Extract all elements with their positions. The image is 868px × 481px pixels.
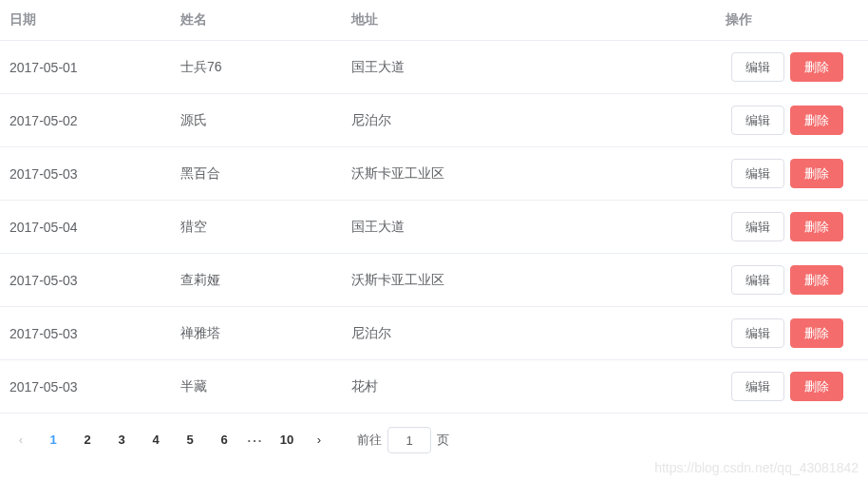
delete-button[interactable]: 删除 [790, 159, 843, 188]
cell-date: 2017-05-03 [0, 307, 171, 360]
cell-address: 尼泊尔 [342, 307, 716, 360]
cell-name: 黑百合 [171, 147, 342, 201]
header-ops: 操作 [716, 0, 868, 41]
jump-suffix: 页 [437, 432, 449, 449]
table-row: 2017-05-03禅雅塔尼泊尔编辑删除 [0, 307, 868, 360]
page-button-6[interactable]: 6 [210, 427, 238, 453]
edit-button[interactable]: 编辑 [731, 265, 784, 295]
page-button-2[interactable]: 2 [73, 427, 102, 453]
cell-address: 尼泊尔 [342, 94, 716, 147]
cell-date: 2017-05-02 [0, 94, 171, 147]
cell-ops: 编辑删除 [716, 360, 868, 414]
edit-button[interactable]: 编辑 [731, 159, 784, 188]
data-table: 日期 姓名 地址 操作 2017-05-01士兵76国王大道编辑删除2017-0… [0, 0, 868, 414]
cell-date: 2017-05-03 [0, 147, 171, 201]
chevron-right-icon: › [317, 433, 321, 447]
cell-name: 半藏 [171, 360, 342, 414]
table-row: 2017-05-04猎空国王大道编辑删除 [0, 201, 868, 254]
chevron-left-icon: ‹ [19, 433, 23, 447]
header-address: 地址 [342, 0, 716, 41]
edit-button[interactable]: 编辑 [731, 318, 784, 348]
cell-address: 沃斯卡亚工业区 [342, 147, 716, 201]
delete-button[interactable]: 删除 [790, 265, 843, 295]
table-row: 2017-05-01士兵76国王大道编辑删除 [0, 41, 868, 94]
edit-button[interactable]: 编辑 [731, 52, 784, 82]
cell-date: 2017-05-01 [0, 41, 171, 94]
cell-ops: 编辑删除 [716, 147, 868, 201]
table-row: 2017-05-03查莉娅沃斯卡亚工业区编辑删除 [0, 254, 868, 307]
cell-address: 国王大道 [342, 201, 716, 254]
pagination: ‹ 1 2 3 4 5 6 ··· 10 › 前往 页 [0, 414, 868, 463]
cell-name: 士兵76 [171, 41, 342, 94]
edit-button[interactable]: 编辑 [731, 212, 784, 241]
cell-address: 沃斯卡亚工业区 [342, 254, 716, 307]
delete-button[interactable]: 删除 [790, 318, 843, 348]
cell-name: 禅雅塔 [171, 307, 342, 360]
table-header-row: 日期 姓名 地址 操作 [0, 0, 868, 41]
cell-date: 2017-05-04 [0, 201, 171, 254]
edit-button[interactable]: 编辑 [731, 372, 784, 401]
page-button-4[interactable]: 4 [142, 427, 170, 453]
table-row: 2017-05-03黑百合沃斯卡亚工业区编辑删除 [0, 147, 868, 201]
page-button-5[interactable]: 5 [176, 427, 204, 453]
cell-name: 源氏 [171, 94, 342, 147]
delete-button[interactable]: 删除 [790, 106, 843, 135]
table-row: 2017-05-03半藏花村编辑删除 [0, 360, 868, 414]
cell-ops: 编辑删除 [716, 201, 868, 254]
cell-name: 查莉娅 [171, 254, 342, 307]
header-name: 姓名 [171, 0, 342, 41]
delete-button[interactable]: 删除 [790, 372, 843, 401]
cell-ops: 编辑删除 [716, 307, 868, 360]
cell-ops: 编辑删除 [716, 254, 868, 307]
cell-address: 花村 [342, 360, 716, 414]
cell-name: 猎空 [171, 201, 342, 254]
delete-button[interactable]: 删除 [790, 52, 843, 82]
cell-date: 2017-05-03 [0, 254, 171, 307]
page-button-1[interactable]: 1 [39, 427, 67, 453]
page-button-last[interactable]: 10 [273, 427, 301, 453]
page-ellipsis[interactable]: ··· [241, 433, 270, 448]
cell-date: 2017-05-03 [0, 360, 171, 414]
cell-ops: 编辑删除 [716, 94, 868, 147]
edit-button[interactable]: 编辑 [731, 106, 784, 135]
page-prev-button[interactable]: ‹ [8, 427, 34, 453]
header-date: 日期 [0, 0, 171, 41]
page-jump: 前往 页 [357, 427, 449, 453]
delete-button[interactable]: 删除 [790, 212, 843, 241]
jump-input[interactable] [387, 427, 431, 453]
jump-prefix: 前往 [357, 432, 382, 449]
table-row: 2017-05-02源氏尼泊尔编辑删除 [0, 94, 868, 147]
cell-ops: 编辑删除 [716, 41, 868, 94]
page-next-button[interactable]: › [306, 427, 332, 453]
cell-address: 国王大道 [342, 41, 716, 94]
page-button-3[interactable]: 3 [107, 427, 136, 453]
